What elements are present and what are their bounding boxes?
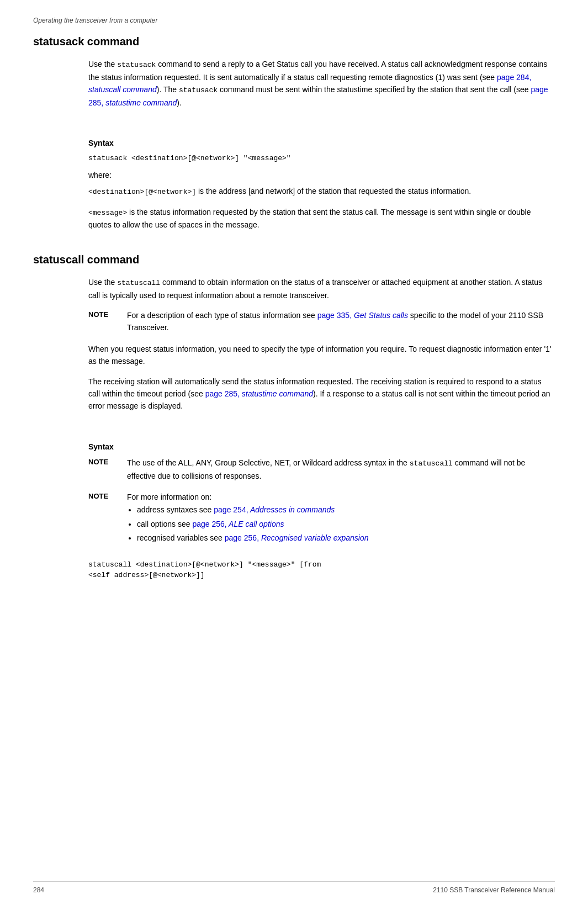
section1-param2: <message> is the status information requ…: [88, 206, 555, 231]
section2-note3: NOTE For more information on: address sy…: [88, 491, 555, 545]
note2-content: The use of the ALL, ANY, Group Selective…: [127, 457, 555, 482]
section1-suffix2: command must be sent within the statusti…: [218, 85, 531, 94]
bullet2-link-italic[interactable]: ALE call options: [227, 520, 284, 528]
section2-para1-prefix: Use the: [88, 278, 117, 287]
bullet2-prefix: call options see: [137, 520, 192, 528]
section1-param2-text: is the status information requested by t…: [88, 208, 531, 230]
section2-syntax-label: Syntax: [88, 442, 555, 451]
page-header: Operating the transceiver from a compute…: [33, 17, 555, 24]
section1-link1-italic[interactable]: statuscall command: [88, 85, 157, 94]
note1-text-prefix: For a description of each type of status…: [127, 311, 317, 320]
bullet3-link[interactable]: page 256,: [225, 533, 259, 542]
section1-suffix1: ). The: [157, 85, 179, 94]
section1-para1-middle: command to send a reply to a Get Status …: [88, 60, 547, 82]
section1-param1: <destination>[@<network>] is the address…: [88, 185, 555, 198]
section1-param1-text: is the address [and network] of the stat…: [196, 187, 471, 195]
section2-link1[interactable]: page 285,: [205, 389, 240, 398]
note3-label: NOTE: [88, 492, 121, 545]
section1-mono1: statusack: [117, 61, 156, 69]
footer-manual-title: 2110 SSB Transceiver Reference Manual: [433, 886, 555, 894]
section2-code2-line2: <self address>[@<network>]]: [88, 570, 555, 581]
note2-label: NOTE: [88, 458, 121, 482]
section1-title: statusack command: [33, 35, 555, 48]
section2-para1: Use the statuscall command to obtain inf…: [88, 276, 555, 301]
section2-note2: NOTE The use of the ALL, ANY, Group Sele…: [88, 457, 555, 482]
section1-para1: Use the statusack command to send a repl…: [88, 58, 555, 109]
section2-link1-italic[interactable]: statustime command: [240, 389, 313, 398]
section1-param2-mono: <message>: [88, 209, 127, 217]
bullet2-link[interactable]: page 256,: [192, 520, 226, 528]
page-footer: 284 2110 SSB Transceiver Reference Manua…: [33, 881, 555, 894]
section1-mono2: statusack: [179, 86, 218, 94]
note2-mono: statuscall: [410, 459, 453, 468]
bullet-item-1: address syntaxes see page 254, Addresses…: [137, 503, 555, 517]
bullet-item-2: call options see page 256, ALE call opti…: [137, 517, 555, 531]
section1-suffix3: ).: [177, 98, 182, 107]
bullet1-link-italic[interactable]: Addresses in commands: [248, 505, 335, 514]
section2-code2: statuscall <destination>[@<network>] "<m…: [88, 559, 555, 581]
section1-link1[interactable]: page 284,: [497, 73, 531, 82]
section2-note1: NOTE For a description of each type of s…: [88, 309, 555, 334]
bullet1-link[interactable]: page 254,: [214, 505, 248, 514]
bullet3-prefix: recognised variables see: [137, 533, 225, 542]
footer-page-number: 284: [33, 886, 44, 894]
bullet3-link-italic[interactable]: Recognised variable expansion: [259, 533, 368, 542]
section1-param1-mono: <destination>[@<network>]: [88, 188, 196, 196]
section2-para3: The receiving station will automatically…: [88, 375, 555, 412]
note1-label: NOTE: [88, 310, 121, 334]
section1-para1-prefix: Use the: [88, 60, 117, 68]
bullet1-prefix: address syntaxes see: [137, 505, 214, 514]
note1-link[interactable]: page 335,: [317, 311, 352, 320]
section2-mono1: statuscall: [117, 279, 160, 287]
note3-intro: For more information on:: [127, 491, 555, 503]
section1-link2-italic[interactable]: statustime command: [103, 98, 177, 107]
section1-syntax-label: Syntax: [88, 139, 555, 147]
section1-code1: statusack <destination>[@<network>] "<me…: [88, 153, 555, 164]
bullet-item-3: recognised variables see page 256, Recog…: [137, 531, 555, 545]
section2-code2-line1: statuscall <destination>[@<network>] "<m…: [88, 559, 555, 570]
note1-content: For a description of each type of status…: [127, 309, 555, 334]
section1-where: where:: [88, 171, 555, 179]
note2-text-prefix: The use of the ALL, ANY, Group Selective…: [127, 458, 410, 467]
note3-bullets: address syntaxes see page 254, Addresses…: [127, 503, 555, 545]
note3-content: For more information on: address syntaxe…: [127, 491, 555, 545]
section2-para2: When you request status information, you…: [88, 343, 555, 368]
section2-title: statuscall command: [33, 253, 555, 266]
note1-link-italic[interactable]: Get Status calls: [352, 311, 408, 320]
